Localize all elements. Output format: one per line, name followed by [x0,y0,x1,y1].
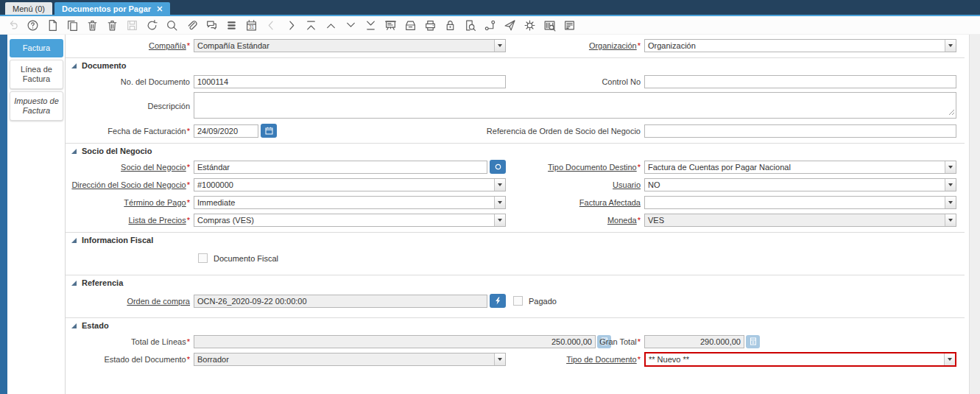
gran-total-label: Gran Total* [509,337,641,346]
find-icon[interactable] [165,18,178,32]
copy-record-icon[interactable] [66,18,79,32]
window-tab-bar: Menú (0) Documentos por Pagar [0,0,980,15]
sidebar-tab-factura[interactable]: Factura [10,39,63,57]
tab-sidebar: Factura Línea de Factura Impuesto de Fac… [7,35,65,394]
print-icon[interactable] [423,18,437,32]
chevron-down-icon[interactable] [494,353,505,365]
factura-afectada-combo[interactable] [644,196,956,209]
termino-pago-combo[interactable]: Immediate [194,196,506,209]
last-record-icon[interactable] [364,18,377,32]
referencia-orden-input[interactable] [644,124,956,138]
delete-record-icon[interactable] [85,18,99,32]
chevron-down-icon[interactable] [945,40,956,52]
section-referencia: Referencia [66,275,965,287]
orden-compra-input[interactable]: OCN-26_2020-09-22 00:00:00 [194,295,487,308]
organizacion-label: Organización* [509,41,641,50]
chevron-down-icon[interactable] [945,197,956,208]
chat-icon[interactable] [205,18,218,32]
collapse-triangle-icon[interactable] [71,323,77,328]
estado-documento-combo[interactable]: Borrador [194,353,506,366]
refresh-icon[interactable] [145,18,158,32]
calendar-picker-button[interactable] [261,124,277,138]
preference-icon[interactable] [523,18,536,32]
zoom-across-button[interactable] [490,294,506,308]
help-icon[interactable] [26,18,39,32]
new-record-icon[interactable] [46,18,59,32]
chevron-down-icon[interactable] [494,214,505,226]
compania-value: Compañía Estándar [194,40,494,52]
section-informacion-fiscal: Informacion Fiscal [66,232,965,245]
chevron-down-icon[interactable] [944,353,955,365]
section-estado: Estado [66,317,965,330]
tipo-documento-value: ** Nuevo ** [646,353,944,365]
chevron-down-icon[interactable] [494,40,505,52]
chevron-down-icon[interactable] [945,214,956,226]
usuario-value: NO [645,179,945,191]
calendar-icon[interactable]: 31 [244,18,258,32]
collapse-triangle-icon[interactable] [71,281,77,286]
estado-documento-value: Borrador [194,353,494,365]
attachment-icon[interactable] [185,18,198,32]
close-icon[interactable] [157,4,163,13]
lista-precios-value: Compras (VES) [194,214,494,226]
organizacion-combo[interactable]: Organización [644,39,956,52]
sidebar-tab-impuesto-de-factura[interactable]: Impuesto de Factura [10,91,63,121]
next-record-icon[interactable] [344,18,357,32]
collapse-triangle-icon[interactable] [71,149,77,154]
chevron-down-icon[interactable] [494,197,505,208]
tab-documentos-por-pagar[interactable]: Documentos por Pagar [54,2,170,15]
gran-total-input: 290.000,00 [644,335,744,348]
moneda-combo[interactable]: VES [644,214,956,227]
no-documento-input[interactable]: 1000114 [194,75,506,88]
pagado-checkbox[interactable] [513,296,523,306]
report-window-icon[interactable] [563,18,576,32]
referencia-orden-label: Referencia de Orden de Socio del Negocio [509,127,641,136]
fecha-facturacion-label: Fecha de Facturación* [66,127,191,136]
organizacion-value: Organización [645,40,945,52]
resize-handle-icon[interactable] [948,108,955,117]
workflow-icon[interactable] [483,18,496,32]
documento-fiscal-checkbox[interactable] [198,253,208,263]
factura-afectada-label: Factura Afectada [509,198,641,207]
vertical-scrollbar[interactable] [969,35,980,394]
collapse-triangle-icon[interactable] [71,63,77,68]
direccion-socio-label: Dirección del Socio del Negocio* [66,180,191,189]
chevron-down-icon[interactable] [945,161,956,173]
previous-record-icon[interactable] [324,18,337,32]
fecha-facturacion-input[interactable]: 24/09/2020 [194,124,258,138]
record-info-icon[interactable] [463,18,476,32]
archive-icon[interactable] [403,18,417,32]
chevron-down-icon[interactable] [494,179,505,191]
sidebar-tab-linea-de-factura[interactable]: Línea de Factura [10,60,63,89]
compania-combo[interactable]: Compañía Estándar [194,39,506,52]
calculator-icon[interactable] [746,335,760,348]
undo-icon [6,18,19,32]
collapse-triangle-icon[interactable] [71,238,77,243]
report-icon[interactable] [384,18,397,32]
usuario-combo[interactable]: NO [644,178,956,191]
direccion-socio-combo[interactable]: #1000000 [194,178,506,191]
tipo-documento-combo[interactable]: ** Nuevo ** [644,352,956,367]
request-icon[interactable] [503,18,516,32]
delete-selection-icon[interactable] [105,18,119,32]
left-accent-bar [0,35,7,394]
svg-text:31: 31 [248,24,254,29]
descripcion-label: Descripción [66,102,191,110]
lista-precios-combo[interactable]: Compras (VES) [194,214,506,227]
tipo-documento-label: Tipo de Documento* [509,355,641,364]
first-record-icon[interactable] [304,18,317,32]
parent-record-icon [264,18,278,32]
usuario-label: Usuario [509,180,641,189]
detail-record-icon[interactable] [284,18,297,32]
product-info-icon[interactable] [543,18,556,32]
socio-negocio-input[interactable]: Estándar [194,161,487,174]
grid-toggle-icon[interactable] [225,18,238,32]
business-partner-info-button[interactable] [490,160,506,174]
tipo-doc-destino-combo[interactable]: Factura de Cuentas por Pagar Nacional [644,161,956,174]
control-no-input[interactable] [644,75,956,88]
descripcion-textarea[interactable] [194,92,956,119]
chevron-down-icon[interactable] [945,179,956,191]
tab-menu[interactable]: Menú (0) [5,2,52,15]
factura-afectada-value [645,197,945,208]
lock-icon[interactable] [443,18,456,32]
